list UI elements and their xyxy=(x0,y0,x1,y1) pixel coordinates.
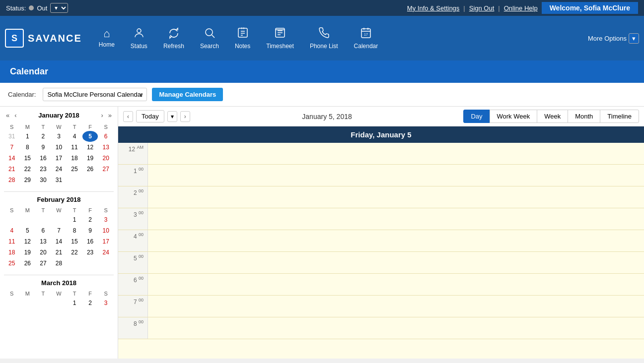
time-slot-7[interactable] xyxy=(148,296,644,317)
mini-cal-day[interactable]: 21 xyxy=(51,247,67,258)
time-slot-3[interactable] xyxy=(148,208,644,230)
time-grid[interactable]: 12 AM 1 00 2 00 3 00 4 00 xyxy=(118,143,644,359)
mini-cal-day[interactable]: 12 xyxy=(82,142,98,153)
mini-cal-day[interactable]: 9 xyxy=(82,225,98,236)
mini-cal-day[interactable]: 25 xyxy=(67,164,82,175)
nav-home[interactable]: ⌂ Home xyxy=(92,24,122,52)
mini-cal-day[interactable]: 15 xyxy=(20,153,36,164)
view-workweek-btn[interactable]: Work Week xyxy=(490,110,538,123)
manage-calendars-button[interactable]: Manage Calendars xyxy=(152,88,223,101)
mini-cal-day[interactable]: 20 xyxy=(98,153,114,164)
mini-cal-day[interactable]: 1 xyxy=(67,214,82,225)
mini-cal-day[interactable]: 26 xyxy=(82,164,98,175)
mini-cal-day[interactable]: 24 xyxy=(98,247,114,258)
view-timeline-btn[interactable]: Timeline xyxy=(600,110,639,123)
mini-cal-prev-prev[interactable]: « xyxy=(4,111,11,120)
mini-cal-day[interactable]: 3 xyxy=(51,131,67,142)
mini-cal-day[interactable]: 6 xyxy=(98,131,114,142)
big-cal-next-btn[interactable]: › xyxy=(180,111,190,122)
mini-cal-day[interactable]: 1 xyxy=(67,298,82,308)
calendar-select[interactable]: Sofia McClure Personal Calendar xyxy=(43,88,147,101)
mini-cal-day[interactable]: 3 xyxy=(98,214,114,225)
nav-calendar[interactable]: 17 Calendar xyxy=(347,23,385,54)
mini-cal-day[interactable]: 13 xyxy=(98,142,114,153)
mini-cal-next[interactable]: › xyxy=(99,111,105,120)
mini-cal-day[interactable]: 25 xyxy=(4,258,20,269)
status-dropdown[interactable]: ▾ xyxy=(50,3,68,13)
mini-cal-day[interactable]: 4 xyxy=(4,225,20,236)
mini-cal-day[interactable]: 7 xyxy=(4,142,20,153)
mini-cal-day[interactable]: 31 xyxy=(51,175,67,185)
more-options[interactable]: More Options ▾ xyxy=(588,33,639,44)
time-slot-8[interactable] xyxy=(148,317,644,339)
mini-cal-day[interactable]: 5 xyxy=(20,225,36,236)
sign-out-link[interactable]: Sign Out xyxy=(469,4,495,12)
time-slot-2[interactable] xyxy=(148,186,644,208)
nav-notes[interactable]: Notes xyxy=(228,23,257,54)
mini-cal-day[interactable]: 5 xyxy=(82,131,98,142)
mini-cal-day[interactable]: 30 xyxy=(35,175,51,185)
mini-cal-day[interactable]: 16 xyxy=(35,153,51,164)
mini-cal-next-next[interactable]: » xyxy=(106,111,114,120)
mini-cal-day[interactable]: 6 xyxy=(35,225,51,236)
mini-cal-day[interactable]: 15 xyxy=(67,236,82,247)
mini-cal-prev[interactable]: ‹ xyxy=(12,111,18,120)
mini-cal-day[interactable]: 10 xyxy=(98,225,114,236)
mini-cal-day[interactable]: 22 xyxy=(67,247,82,258)
mini-cal-day[interactable]: 11 xyxy=(4,236,20,247)
mini-cal-day[interactable]: 28 xyxy=(51,258,67,269)
more-options-dropdown[interactable]: ▾ xyxy=(629,33,639,44)
view-week-btn[interactable]: Week xyxy=(537,110,568,123)
mini-cal-day[interactable]: 10 xyxy=(51,142,67,153)
mini-cal-day[interactable]: 13 xyxy=(35,236,51,247)
time-slot-4[interactable] xyxy=(148,230,644,251)
mini-cal-day[interactable]: 19 xyxy=(20,247,36,258)
mini-cal-day[interactable]: 22 xyxy=(20,164,36,175)
nav-status[interactable]: Status xyxy=(124,23,154,54)
big-cal-dropdown-btn[interactable]: ▾ xyxy=(167,111,177,122)
time-slot-5[interactable] xyxy=(148,252,644,273)
mini-cal-day[interactable]: 24 xyxy=(51,164,67,175)
mini-cal-day[interactable]: 27 xyxy=(98,164,114,175)
mini-cal-day[interactable]: 11 xyxy=(67,142,82,153)
mini-cal-day[interactable]: 23 xyxy=(82,247,98,258)
mini-cal-day[interactable]: 8 xyxy=(20,142,36,153)
mini-cal-day[interactable]: 9 xyxy=(35,142,51,153)
mini-cal-day[interactable]: 21 xyxy=(4,164,20,175)
my-info-link[interactable]: My Info & Settings xyxy=(407,4,460,12)
mini-cal-day[interactable]: 12 xyxy=(20,236,36,247)
big-cal-prev-btn[interactable]: ‹ xyxy=(123,111,133,122)
view-day-btn[interactable]: Day xyxy=(463,110,490,123)
mini-cal-day[interactable]: 17 xyxy=(51,153,67,164)
big-cal-today-btn[interactable]: Today xyxy=(136,110,164,122)
mini-cal-day[interactable]: 2 xyxy=(82,298,98,308)
mini-cal-day[interactable]: 28 xyxy=(4,175,20,185)
mini-cal-day[interactable]: 2 xyxy=(82,214,98,225)
mini-cal-day[interactable]: 31 xyxy=(4,131,20,142)
mini-cal-day[interactable]: 18 xyxy=(4,247,20,258)
mini-cal-day[interactable]: 19 xyxy=(82,153,98,164)
mini-cal-day[interactable]: 7 xyxy=(51,225,67,236)
time-slot-12am[interactable] xyxy=(148,143,644,164)
nav-search[interactable]: Search xyxy=(193,23,226,54)
mini-cal-day[interactable]: 23 xyxy=(35,164,51,175)
mini-cal-day[interactable]: 4 xyxy=(67,131,82,142)
time-slot-6[interactable] xyxy=(148,274,644,295)
view-month-btn[interactable]: Month xyxy=(568,110,600,123)
mini-cal-day[interactable]: 3 xyxy=(98,298,114,308)
time-slot-1[interactable] xyxy=(148,165,644,186)
mini-cal-day[interactable]: 1 xyxy=(20,131,36,142)
nav-refresh[interactable]: Refresh xyxy=(156,23,191,54)
mini-cal-day[interactable]: 14 xyxy=(51,236,67,247)
mini-cal-day[interactable]: 29 xyxy=(20,175,36,185)
mini-cal-day[interactable]: 18 xyxy=(67,153,82,164)
mini-cal-day[interactable]: 27 xyxy=(35,258,51,269)
mini-cal-day[interactable]: 8 xyxy=(67,225,82,236)
mini-cal-day[interactable]: 16 xyxy=(82,236,98,247)
mini-cal-day[interactable]: 20 xyxy=(35,247,51,258)
online-help-link[interactable]: Online Help xyxy=(504,4,538,12)
mini-cal-day[interactable]: 14 xyxy=(4,153,20,164)
mini-cal-day[interactable]: 26 xyxy=(20,258,36,269)
nav-timesheet[interactable]: Timesheet xyxy=(259,23,301,54)
nav-phonelist[interactable]: Phone List xyxy=(303,23,345,54)
